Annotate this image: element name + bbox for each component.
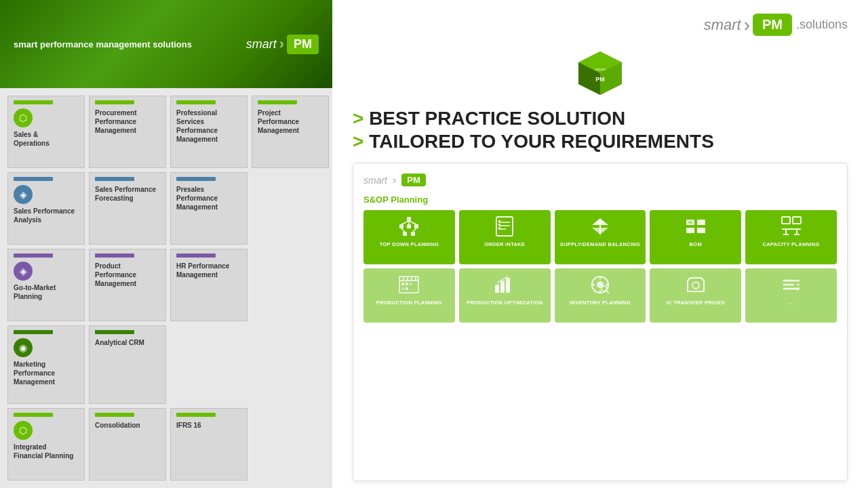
tile-marketing-label: MarketingPerformanceManagement	[14, 360, 79, 386]
svg-rect-44	[401, 283, 404, 285]
top-down-icon	[398, 216, 420, 237]
sop-tile-production-planning-label: PRODUCTION PLANNING	[376, 300, 442, 306]
svg-rect-23	[498, 227, 500, 229]
tile-empty5	[252, 408, 329, 481]
integrated-financial-icon: ⬡	[14, 421, 33, 440]
svg-rect-31	[782, 217, 790, 224]
svg-rect-29	[686, 228, 694, 233]
marketing-icon: ◉	[14, 338, 33, 357]
capacity-icon	[781, 216, 802, 237]
sop-tile-ic-transfer[interactable]: IC TRANSFER PRICES	[650, 268, 741, 323]
sop-tile-bom[interactable]: BOM	[650, 210, 741, 264]
sales-ops-icon: ⬡	[14, 108, 33, 127]
banner-arrow: ›	[279, 35, 284, 53]
svg-rect-46	[410, 283, 412, 285]
tile-marketing[interactable]: ◉ MarketingPerformanceManagement	[7, 325, 85, 404]
sales-analysis-icon: ◈	[14, 185, 33, 204]
sop-tile-ic-transfer-label: IC TRANSFER PRICES	[667, 300, 725, 306]
tile-presales[interactable]: PresalesPerformanceManagement	[170, 172, 248, 245]
tile-go-to-market-label: Go-to-MarketPlanning	[14, 283, 79, 301]
tile-sales-forecasting[interactable]: Sales PerformanceForecasting	[89, 172, 166, 245]
left-panel: smart performance management solutions s…	[0, 0, 332, 488]
smart-pm-logo: smart › PM .solutions	[704, 14, 848, 36]
sop-tile-supply-demand[interactable]: SUPPLY/DEMAND BALANCING	[555, 210, 646, 264]
modules-grid: ⬡ Sales &Operations ProcurementPerforman…	[0, 88, 332, 488]
tagline-text2: TAILORED TO YOUR REQUIREMENTS	[369, 131, 714, 152]
tile-project-performance[interactable]: ProjectPerformanceManagement	[252, 96, 329, 168]
banner-logo: smart › PM	[246, 35, 319, 54]
banner-pm-box: PM	[287, 35, 319, 54]
svg-rect-51	[506, 278, 510, 293]
svg-point-67	[797, 283, 800, 286]
tagline-line2: > TAILORED TO YOUR REQUIREMENTS	[353, 130, 848, 153]
sop-section-title: S&OP Planning	[363, 195, 837, 205]
svg-rect-7	[399, 224, 403, 228]
svg-rect-50	[500, 281, 505, 293]
svg-rect-32	[793, 217, 801, 224]
svg-rect-22	[498, 224, 500, 226]
sop-tile-top-down[interactable]: TOP DOWN PLANNING	[363, 210, 455, 264]
tile-ifrs16-label: IFRS 16	[176, 421, 241, 430]
sop-tile-extra[interactable]: ...	[745, 268, 837, 323]
svg-rect-45	[406, 283, 408, 285]
tile-integrated-financial[interactable]: ⬡ IntegratedFinancial Planning	[7, 408, 85, 481]
tile-empty4	[252, 325, 329, 404]
tile-analytical-crm-label: Analytical CRM	[95, 338, 160, 347]
svg-line-16	[413, 228, 416, 232]
sop-tile-supply-demand-label: SUPPLY/DEMAND BALANCING	[560, 241, 640, 247]
tile-empty1	[252, 172, 329, 245]
tile-ifrs16[interactable]: IFRS 16	[170, 408, 248, 481]
right-header: smart › PM .solutions	[353, 14, 848, 36]
sop-tile-inventory[interactable]: INVENTORY PLANNING	[555, 268, 646, 323]
svg-rect-10	[403, 232, 407, 236]
tile-sales-ops[interactable]: ⬡ Sales &Operations	[7, 96, 85, 168]
svg-rect-8	[407, 224, 411, 228]
logo-pm-box: PM	[753, 14, 792, 36]
tile-go-to-market[interactable]: ◈ Go-to-MarketPlanning	[7, 249, 85, 321]
tagline-arrow1: >	[353, 108, 363, 129]
svg-rect-30	[697, 228, 705, 233]
bom-icon	[685, 216, 707, 237]
svg-rect-11	[411, 232, 415, 236]
order-intake-icon	[494, 216, 515, 237]
svg-marker-26	[592, 228, 608, 235]
svg-line-12	[401, 221, 409, 224]
tile-product-performance[interactable]: ProductPerformanceManagement	[89, 249, 166, 321]
sop-card-header: smart › PM	[363, 174, 837, 186]
production-planning-icon	[398, 274, 420, 296]
tagline: > BEST PRACTICE SOLUTION > TAILORED TO Y…	[353, 107, 848, 152]
right-panel: smart › PM .solutions smart PM > BEST PR…	[332, 0, 868, 488]
sop-tile-production-planning[interactable]: PRODUCTION PLANNING	[363, 268, 455, 323]
sop-tile-order-intake[interactable]: ORDER INTAKE	[459, 210, 551, 264]
svg-rect-21	[498, 220, 500, 222]
cube-icon-container: smart PM	[353, 46, 848, 100]
svg-rect-17	[496, 217, 513, 236]
banner: smart performance management solutions s…	[0, 0, 332, 88]
sop-logo-pm: PM	[401, 174, 426, 186]
inventory-icon	[589, 274, 611, 296]
sop-tile-order-intake-label: ORDER INTAKE	[484, 241, 525, 247]
svg-rect-28	[697, 220, 705, 225]
svg-marker-25	[592, 218, 608, 225]
supply-demand-icon	[589, 216, 611, 237]
tile-professional-services[interactable]: ProfessionalServicesPerformanceManagemen…	[170, 96, 248, 168]
logo-smart-text: smart	[704, 16, 741, 34]
tile-hr-performance[interactable]: HR PerformanceManagement	[170, 249, 248, 321]
tile-analytical-crm[interactable]: Analytical CRM	[89, 325, 166, 404]
tile-professional-services-label: ProfessionalServicesPerformanceManagemen…	[176, 108, 241, 144]
banner-logo-smart: smart	[246, 37, 277, 52]
tile-consolidation[interactable]: Consolidation	[89, 408, 166, 481]
sop-tile-production-opt[interactable]: PRODUCTION OPTIMIZATION	[459, 268, 551, 323]
tile-procurement-label: ProcurementPerformanceManagement	[95, 108, 160, 135]
svg-rect-6	[407, 217, 411, 221]
sop-tile-capacity[interactable]: CAPACITY PLANNING	[745, 210, 837, 264]
svg-point-66	[797, 287, 800, 290]
ic-transfer-icon	[685, 274, 707, 296]
tile-procurement[interactable]: ProcurementPerformanceManagement	[89, 96, 166, 168]
tile-sales-analysis-label: Sales PerformanceAnalysis	[14, 207, 79, 224]
tile-sales-analysis[interactable]: ◈ Sales PerformanceAnalysis	[7, 172, 85, 245]
svg-text:smart: smart	[595, 67, 606, 71]
tile-empty2	[252, 249, 329, 321]
svg-point-58	[601, 286, 607, 291]
logo-arrow-icon: ›	[744, 14, 750, 36]
